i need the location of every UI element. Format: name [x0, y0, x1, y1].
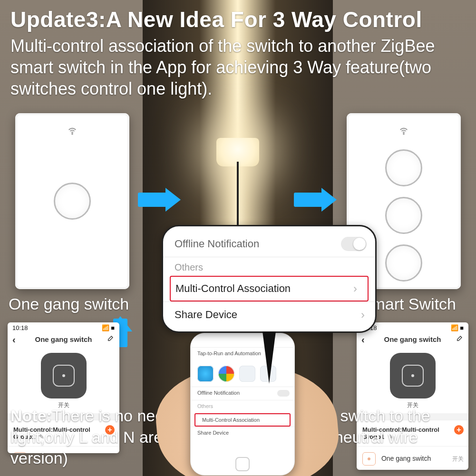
toggle-off-icon[interactable] — [341, 237, 367, 251]
edit-icon[interactable] — [107, 334, 115, 343]
app-titlebar: ‹ One gang switch — [8, 332, 119, 348]
arrow-right-icon — [294, 188, 337, 212]
switch-button-icon — [385, 149, 422, 186]
phone-topbar — [191, 333, 294, 348]
device-tile[interactable] — [390, 353, 436, 398]
chevron-right-icon: › — [353, 282, 357, 295]
svg-point-1 — [403, 134, 404, 135]
integration-apps — [191, 361, 294, 387]
page-description: Multi-control association of the switch … — [10, 35, 466, 99]
phone-device: Tap-to-Run and Automation Offline Notifi… — [190, 333, 295, 476]
note-label: Note: — [10, 407, 52, 425]
row-label: Share Device — [175, 309, 237, 321]
row-label: Multi-Control Association — [175, 282, 291, 294]
page-title: Update3:A New Idea For 3 Way Control — [10, 7, 466, 32]
ifttt-icon[interactable] — [239, 366, 255, 382]
row-label: Offline Notification — [175, 238, 259, 250]
phone-row-share[interactable]: Share Device — [191, 427, 294, 440]
alexa-icon[interactable] — [197, 366, 214, 382]
app-title: One gang switch — [35, 335, 92, 343]
chevron-right-icon: › — [361, 308, 365, 321]
section-label: Others — [163, 257, 375, 276]
one-gang-switch-panel — [15, 113, 129, 289]
title-prefix: Update3: — [10, 7, 106, 32]
status-time: 10:18 — [12, 324, 28, 331]
share-device-row[interactable]: Share Device › — [163, 301, 375, 328]
home-button-icon[interactable] — [235, 457, 250, 471]
callout-pointer-icon — [262, 331, 276, 384]
edit-icon[interactable] — [456, 334, 464, 343]
status-icons: 📶 ■ — [102, 324, 115, 331]
switch-button-icon — [385, 244, 422, 282]
toggle-off-icon[interactable] — [277, 390, 290, 397]
phone-row-mca[interactable]: Multi-Control Association — [194, 413, 291, 427]
device-tile[interactable] — [41, 353, 87, 398]
phone-row-offline[interactable]: Offline Notification — [191, 387, 294, 400]
arrow-right-icon — [138, 188, 181, 212]
title-rest: A New Idea For 3 Way Control — [106, 7, 422, 32]
back-icon[interactable]: ‹ — [361, 334, 365, 345]
status-icons: 📶 ■ — [451, 324, 464, 331]
offline-notification-row[interactable]: Offline Notification — [163, 231, 375, 257]
product-infographic: Update3:A New Idea For 3 Way Control Mul… — [0, 0, 476, 476]
wifi-icon — [398, 126, 409, 138]
status-bar: 10:18 📶 ■ — [8, 322, 119, 332]
google-assistant-icon[interactable] — [218, 366, 234, 382]
phone-row-others: Others — [191, 400, 294, 413]
switch-button-icon — [54, 183, 91, 220]
phone-in-hand: Tap-to-Run and Automation Offline Notifi… — [171, 333, 314, 476]
row-label: Offline Notification — [197, 390, 240, 396]
wifi-icon — [67, 126, 78, 138]
phone-row-automation[interactable]: Tap-to-Run and Automation — [191, 348, 294, 361]
app-titlebar: ‹ One gang switch — [357, 332, 468, 348]
settings-popup: Offline Notification Others Multi-Contro… — [162, 225, 377, 333]
app-title: One gang switch — [384, 335, 441, 343]
multi-control-association-row[interactable]: Multi-Control Association › — [170, 276, 369, 301]
svg-point-0 — [72, 134, 73, 135]
back-icon[interactable]: ‹ — [12, 334, 16, 345]
switch-button-icon — [385, 197, 422, 234]
